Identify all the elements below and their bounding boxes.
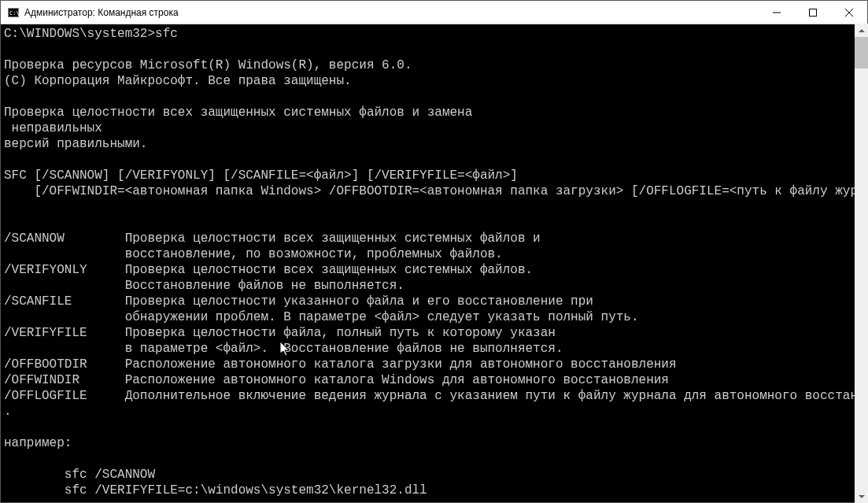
output-line: Проверка ресурсов Microsoft(R) Windows(R…: [4, 58, 412, 72]
maximize-icon: [809, 9, 817, 17]
output-line: [/OFFWINDIR=<автономная папка Windows> /…: [4, 184, 867, 198]
titlebar[interactable]: C:\ Администратор: Командная строка: [1, 1, 867, 24]
window-title: Администратор: Командная строка: [24, 7, 759, 18]
output-line: восстановление, по возможности, проблемн…: [4, 247, 503, 261]
output-line: например:: [4, 436, 72, 450]
scroll-up-button[interactable]: [855, 24, 868, 37]
command-input: sfc: [155, 27, 178, 41]
output-line: Восстановление файлов не выполняется.: [4, 279, 404, 293]
output-line: обнаружении проблем. В параметре <файл> …: [4, 310, 639, 324]
scroll-down-button[interactable]: [855, 490, 868, 503]
output-line: в параметре <файл>. Восстановление файло…: [4, 342, 563, 356]
scroll-track[interactable]: [855, 37, 868, 490]
caption-controls: [759, 1, 867, 24]
svg-marker-5: [859, 495, 865, 498]
output-line: Проверка целостности всех защищенных сис…: [4, 105, 472, 120]
output-line: /SCANNOW Проверка целостности всех защищ…: [4, 231, 541, 246]
console-area[interactable]: C:\WINDOWS\system32>sfc Проверка ресурсо…: [1, 24, 867, 502]
svg-marker-4: [859, 29, 865, 32]
output-line: /OFFWINDIR Расположение автономного ката…: [4, 373, 669, 387]
close-icon: [845, 9, 853, 17]
prompt-path: C:\WINDOWS\system32>: [4, 27, 155, 41]
output-line: версий правильными.: [4, 137, 147, 151]
output-line: /VERIFYFILE Проверка целостности файла, …: [4, 326, 556, 340]
output-line: SFC [/SCANNOW] [/VERIFYONLY] [/SCANFILE=…: [4, 168, 518, 183]
output-line: .: [4, 405, 12, 419]
scroll-thumb[interactable]: [855, 37, 868, 68]
output-line: (C) Корпорация Майкрософт. Все права защ…: [4, 74, 352, 88]
output-line: неправильных: [4, 121, 102, 135]
minimize-icon: [773, 9, 781, 17]
output-line: sfc /VERIFYFILE=c:\windows\system32\kern…: [4, 483, 427, 497]
chevron-down-icon: [859, 495, 865, 498]
cmd-window: C:\ Администратор: Командная строка C:\W…: [0, 0, 868, 503]
close-button[interactable]: [831, 1, 867, 24]
chevron-up-icon: [859, 29, 865, 32]
output-line: /OFFBOOTDIR Расположение автономного кат…: [4, 357, 677, 372]
output-line: /VERIFYONLY Проверка целостности всех за…: [4, 263, 533, 277]
output-line: /OFFLOGFILE Дополнительное включение вед…: [4, 389, 867, 403]
minimize-button[interactable]: [759, 1, 795, 24]
output-line: sfc /SCANNOW: [4, 468, 155, 482]
cmd-icon: C:\: [7, 6, 20, 19]
vertical-scrollbar[interactable]: [855, 24, 868, 503]
svg-rect-1: [810, 9, 817, 16]
maximize-button[interactable]: [795, 1, 831, 24]
output-line: /SCANFILE Проверка целостности указанног…: [4, 294, 593, 309]
